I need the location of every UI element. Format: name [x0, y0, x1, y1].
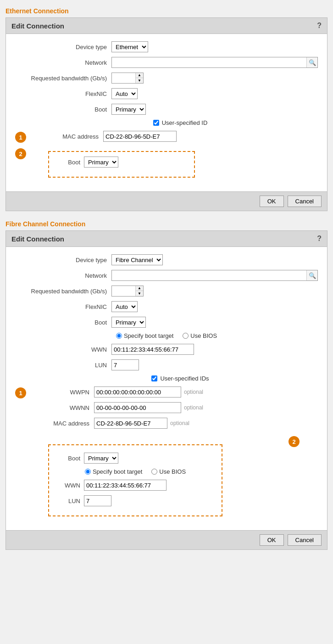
fibre-specify-boot-radio[interactable]	[116, 333, 122, 339]
fibre-bandwidth-row: Requested bandwidth (Gb/s) ▲ ▼	[15, 286, 318, 297]
fibre-flexnic-label: FlexNIC	[15, 303, 111, 310]
fibre-mac-label: MAC address	[30, 420, 94, 427]
fibre-dialog-body: Device type Fibre Channel Network 🔍 Requ…	[6, 247, 327, 530]
fibre-lun-input[interactable]	[111, 359, 139, 370]
fibre-dialog: Edit Connection ? Device type Fibre Chan…	[6, 230, 327, 550]
ethernet-bandwidth-input[interactable]	[112, 73, 135, 83]
fibre-dashed-wwn-label: WWN	[56, 482, 84, 489]
fibre-dialog-title: Edit Connection	[11, 235, 64, 243]
fibre-bandwidth-label: Requested bandwidth (Gb/s)	[15, 288, 111, 295]
fibre-dashed-specify-radio[interactable]	[85, 469, 91, 475]
ethernet-badge1: 1	[15, 132, 26, 143]
fibre-wwn-input[interactable]	[111, 344, 194, 355]
fibre-lun-label: LUN	[15, 362, 111, 369]
ethernet-flexnic-select[interactable]: Auto	[111, 88, 138, 99]
fibre-dialog-header: Edit Connection ?	[6, 231, 327, 247]
ethernet-bandwidth-up[interactable]: ▲	[136, 73, 143, 78]
ethernet-network-control: 🔍	[111, 57, 318, 68]
fibre-user-ids-checkbox[interactable]	[151, 375, 157, 381]
ethernet-mac-label: MAC address	[30, 133, 103, 140]
fibre-network-input[interactable]	[112, 270, 306, 280]
ethernet-dialog: Edit Connection ? Device type Ethernet N…	[6, 17, 327, 211]
fibre-boot-target-row: Specify boot target Use BIOS	[15, 332, 318, 339]
fibre-wwpn-input[interactable]	[94, 386, 181, 398]
fibre-mac-control: optional	[94, 418, 318, 429]
fibre-use-bios-text: Use BIOS	[190, 332, 217, 339]
fibre-network-row: Network 🔍	[15, 270, 318, 281]
fibre-user-ids-row: User-specified IDs	[43, 375, 318, 382]
fibre-dashed-bios-text: Use BIOS	[159, 468, 186, 475]
fibre-bandwidth-down[interactable]: ▼	[136, 291, 143, 296]
fibre-dashed-wwn-input[interactable]	[84, 480, 166, 491]
fibre-dashed-specify-label[interactable]: Specify boot target	[85, 468, 142, 475]
fibre-network-control: 🔍	[111, 270, 318, 281]
fibre-use-bios-label[interactable]: Use BIOS	[183, 332, 217, 339]
fibre-dashed-box: Boot Primary Specify boot target	[48, 444, 222, 516]
ethernet-bandwidth-down[interactable]: ▼	[136, 78, 143, 83]
ethernet-badge2-content: Boot Primary	[30, 147, 318, 181]
ethernet-network-label: Network	[15, 59, 111, 66]
fibre-dialog-footer: OK Cancel	[6, 530, 327, 549]
fibre-badge1: 1	[15, 387, 26, 398]
fibre-device-type-select[interactable]: Fibre Channel	[111, 254, 163, 265]
ethernet-device-type-select[interactable]: Ethernet	[111, 41, 148, 52]
fibre-flexnic-row: FlexNIC Auto	[15, 301, 318, 312]
fibre-network-search-button[interactable]: 🔍	[306, 270, 317, 280]
ethernet-device-type-label: Device type	[15, 44, 111, 50]
fibre-dashed-lun-row: LUN	[56, 495, 214, 506]
fibre-flexnic-control: Auto	[111, 301, 318, 312]
fibre-wwnn-control: optional	[94, 402, 318, 413]
ethernet-dashed-boot-row: Boot Primary	[56, 157, 187, 168]
ethernet-mac-input[interactable]	[103, 131, 177, 142]
fibre-mac-input[interactable]	[94, 418, 167, 429]
fibre-cancel-button[interactable]: Cancel	[288, 534, 322, 546]
fibre-wwnn-input[interactable]	[94, 402, 181, 413]
ethernet-section-title: Ethernet Connection	[6, 7, 327, 15]
ethernet-network-row: Network 🔍	[15, 57, 318, 68]
fibre-wwpn-label: WWPN	[30, 389, 94, 396]
fibre-specify-boot-text: Specify boot target	[124, 332, 173, 339]
ethernet-network-search-button[interactable]: 🔍	[306, 57, 317, 67]
ethernet-network-input-wrap: 🔍	[111, 57, 318, 68]
fibre-bandwidth-input[interactable]	[112, 286, 135, 296]
fibre-network-input-wrap: 🔍	[111, 270, 318, 281]
fibre-flexnic-select[interactable]: Auto	[111, 301, 138, 312]
fibre-badge2-row: 2 Boot Primary	[15, 441, 318, 520]
fibre-dashed-boot-select[interactable]: Primary	[84, 453, 118, 464]
ethernet-bandwidth-label: Requested bandwidth (Gb/s)	[15, 75, 111, 82]
ethernet-boot-select[interactable]: Primary	[111, 104, 146, 115]
ethernet-network-input[interactable]	[112, 57, 306, 67]
fibre-help-button[interactable]: ?	[317, 235, 322, 243]
fibre-section-title: Fibre Channel Connection	[6, 220, 327, 228]
ethernet-mac-row: MAC address	[30, 131, 318, 142]
ethernet-bandwidth-spinner: ▲ ▼	[135, 73, 143, 83]
fibre-use-bios-radio[interactable]	[183, 333, 189, 339]
ethernet-dialog-body: Device type Ethernet Network 🔍 Requested…	[6, 34, 327, 191]
fibre-device-type-label: Device type	[15, 257, 111, 263]
fibre-ok-button[interactable]: OK	[260, 534, 284, 546]
fibre-network-label: Network	[15, 272, 111, 279]
ethernet-user-id-row: User-specified ID	[43, 119, 318, 126]
fibre-bandwidth-up[interactable]: ▲	[136, 286, 143, 291]
fibre-specify-boot-label[interactable]: Specify boot target	[116, 332, 173, 339]
ethernet-dialog-header: Edit Connection ?	[6, 18, 327, 34]
fibre-boot-select[interactable]: Primary	[111, 317, 146, 328]
fibre-dashed-radio-row: Specify boot target Use BIOS	[56, 468, 214, 475]
ethernet-ok-button[interactable]: OK	[260, 196, 284, 207]
ethernet-device-type-control: Ethernet	[111, 41, 318, 52]
fibre-wwnn-optional: optional	[184, 404, 203, 411]
fibre-dashed-bios-radio[interactable]	[151, 469, 157, 475]
ethernet-badge1-row: 1 MAC address	[15, 131, 318, 143]
fibre-dashed-lun-input[interactable]	[84, 495, 111, 506]
fibre-badge1-row: 1 WWPN optional WWNN optional	[15, 386, 318, 433]
fibre-wwpn-optional: optional	[184, 389, 203, 395]
ethernet-help-button[interactable]: ?	[317, 22, 322, 30]
ethernet-dashed-boot-select[interactable]: Primary	[84, 157, 118, 168]
ethernet-boot-control: Primary	[111, 104, 318, 115]
fibre-dashed-bios-label[interactable]: Use BIOS	[151, 468, 186, 475]
ethernet-dashed-box: Boot Primary	[48, 151, 195, 178]
ethernet-badge1-content: MAC address	[30, 131, 318, 142]
ethernet-cancel-button[interactable]: Cancel	[288, 196, 322, 207]
fibre-bandwidth-spinner: ▲ ▼	[135, 286, 143, 296]
ethernet-user-id-checkbox[interactable]	[153, 120, 159, 126]
